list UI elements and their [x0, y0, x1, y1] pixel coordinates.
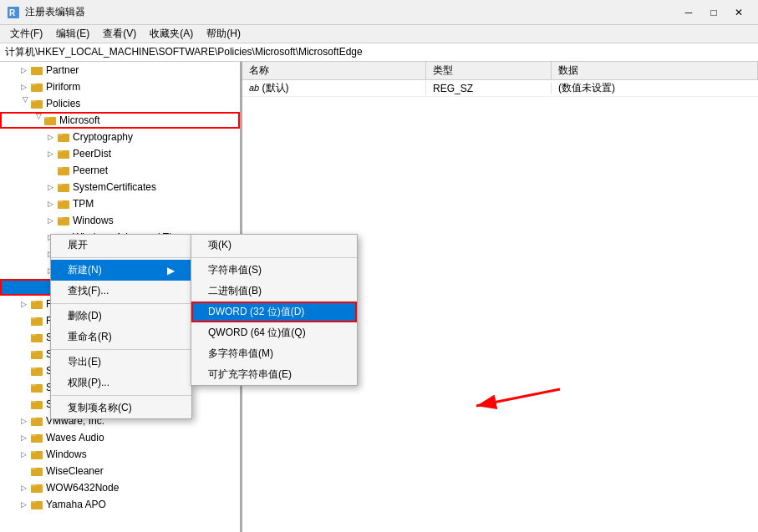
expand-realtek[interactable]: ▷: [17, 297, 30, 311]
tree-item-systemcerts[interactable]: ▷ SystemCertificates: [0, 179, 240, 195]
expand-windows-ms[interactable]: ▷: [43, 214, 57, 227]
tree-item-policies[interactable]: ▷ Policies: [0, 95, 240, 112]
folder-icon-realtek: [30, 297, 43, 311]
close-button[interactable]: ✕: [726, 0, 751, 25]
value-row-default[interactable]: ab (默认) REG_SZ (数值未设置): [242, 80, 758, 97]
label-windows-ms: Windows: [73, 215, 114, 226]
ctx-find[interactable]: 查找(F)...: [51, 281, 191, 301]
expand-windows2[interactable]: ▷: [17, 448, 30, 461]
label-wow6432node: WOW6432Node: [46, 482, 119, 494]
address-text: 计算机\HKEY_LOCAL_MACHINE\SOFTWARE\Policies…: [5, 45, 363, 59]
svg-rect-45: [31, 418, 36, 419]
ctx-expand[interactable]: 展开: [51, 235, 191, 256]
ctx-new[interactable]: 新建(N) ▶: [51, 260, 191, 281]
ctx-separator-1: [51, 257, 191, 258]
ctx-permissions[interactable]: 权限(P)...: [51, 372, 191, 393]
tree-item-yamahaapo[interactable]: ▷ Yamaha APO: [0, 496, 240, 513]
folder-icon-wisecleaner: [30, 464, 43, 478]
tree-item-windows-ms[interactable]: ▷ Windows: [0, 212, 240, 229]
sub-binary[interactable]: 二进制值(B): [191, 281, 357, 301]
folder-icon-piriform: [30, 80, 43, 94]
svg-rect-17: [58, 184, 63, 185]
folder-icon-yamahaapo: [30, 498, 43, 511]
tree-item-tpm[interactable]: ▷ TPM: [0, 195, 240, 212]
svg-rect-15: [58, 167, 63, 169]
column-headers: 名称 类型 数据: [242, 62, 758, 80]
label-peerdist: PeerDist: [73, 148, 111, 160]
expand-yamahaapo[interactable]: ▷: [17, 498, 30, 511]
folder-icon-tpm: [57, 197, 70, 210]
tree-item-peernet[interactable]: Peernet: [0, 162, 240, 179]
ctx-new-label: 新建(N): [68, 263, 102, 277]
sub-separator-1: [191, 257, 357, 258]
svg-rect-5: [31, 84, 36, 85]
folder-icon-soundresearch: [30, 347, 43, 361]
sub-key[interactable]: 项(K): [191, 235, 357, 256]
svg-rect-33: [31, 317, 36, 319]
expand-sonicfocus[interactable]: [17, 331, 30, 344]
tree-item-windows2[interactable]: ▷ Windows: [0, 446, 240, 463]
expand-cryptography[interactable]: ▷: [43, 130, 57, 144]
menu-help[interactable]: 帮助(H): [200, 25, 247, 43]
tree-item-microsoft[interactable]: ▷ Microsoft: [0, 112, 240, 129]
value-label-default: (默认): [262, 82, 289, 94]
expand-tpm[interactable]: ▷: [43, 197, 57, 210]
ctx-delete[interactable]: 删除(D): [51, 306, 191, 327]
folder-icon-peerdist: [57, 147, 70, 160]
expand-wow6432node[interactable]: ▷: [17, 481, 30, 494]
sub-dword[interactable]: DWORD (32 位)值(D): [191, 301, 357, 322]
menu-file[interactable]: 文件(F): [3, 25, 49, 43]
expand-syncintegration[interactable]: [17, 398, 30, 411]
ctx-separator-2: [51, 303, 191, 304]
sub-qword[interactable]: QWORD (64 位)值(Q): [191, 322, 357, 343]
tree-item-wavesaudio[interactable]: ▷ Waves Audio: [0, 429, 240, 446]
expand-policies[interactable]: ▷: [17, 97, 30, 110]
sub-dword-label: DWORD (32 位)值(D): [208, 306, 304, 317]
expand-microsoft[interactable]: ▷: [30, 114, 43, 127]
svg-rect-39: [31, 367, 36, 369]
folder-icon-cryptography: [57, 130, 70, 144]
label-wisecleaner: WiseCleaner: [46, 465, 104, 477]
label-tpm: TPM: [73, 198, 94, 210]
expand-peernet[interactable]: [43, 164, 57, 177]
svg-rect-51: [31, 468, 36, 469]
sub-string[interactable]: 字符串值(S): [191, 260, 357, 281]
label-systemcerts: SystemCertificates: [73, 181, 156, 193]
menu-view[interactable]: 查看(V): [96, 25, 143, 43]
ctx-copykey[interactable]: 复制项名称(C): [51, 398, 191, 418]
tree-item-wisecleaner[interactable]: WiseCleaner: [0, 463, 240, 479]
label-policies: Policies: [46, 98, 80, 109]
expand-registeredapps[interactable]: [17, 314, 30, 327]
svg-rect-37: [31, 351, 36, 352]
tree-item-partner[interactable]: ▷ Partner: [0, 62, 240, 79]
tree-item-cryptography[interactable]: ▷ Cryptography: [0, 129, 240, 145]
expand-systemcerts[interactable]: ▷: [43, 180, 57, 194]
folder-icon-sonicfocus: [30, 331, 43, 344]
title-bar: R 注册表编辑器 ─ □ ✕: [0, 0, 758, 25]
expand-superkiller[interactable]: [17, 381, 30, 394]
ctx-export[interactable]: 导出(E): [51, 352, 191, 372]
sub-multistring[interactable]: 多字符串值(M): [191, 343, 357, 364]
expand-piriform[interactable]: ▷: [17, 80, 30, 94]
menu-edit[interactable]: 编辑(E): [49, 25, 96, 43]
minimize-button[interactable]: ─: [676, 0, 701, 25]
folder-icon-registeredapps: [30, 314, 43, 327]
expand-partner[interactable]: ▷: [17, 63, 30, 77]
maximize-button[interactable]: □: [701, 0, 726, 25]
expand-srslabs[interactable]: [17, 364, 30, 377]
tree-item-peerdist[interactable]: ▷ PeerDist: [0, 145, 240, 162]
folder-icon-partner: [30, 63, 43, 77]
ctx-rename[interactable]: 重命名(R): [51, 327, 191, 347]
svg-rect-19: [58, 200, 63, 202]
tree-item-piriform[interactable]: ▷ Piriform: [0, 79, 240, 95]
tree-item-wow6432node[interactable]: ▷ WOW6432Node: [0, 479, 240, 496]
menu-favorites[interactable]: 收藏夹(A): [143, 25, 200, 43]
expand-wavesaudio[interactable]: ▷: [17, 431, 30, 444]
expand-soundresearch[interactable]: [17, 347, 30, 361]
sub-expandstring[interactable]: 可扩充字符串值(E): [191, 364, 357, 385]
expand-wisecleaner[interactable]: [17, 464, 30, 478]
value-data-default: (数值未设置): [552, 81, 758, 95]
svg-rect-53: [31, 484, 36, 486]
expand-peerdist[interactable]: ▷: [43, 147, 57, 160]
expand-vmware[interactable]: ▷: [17, 414, 30, 428]
